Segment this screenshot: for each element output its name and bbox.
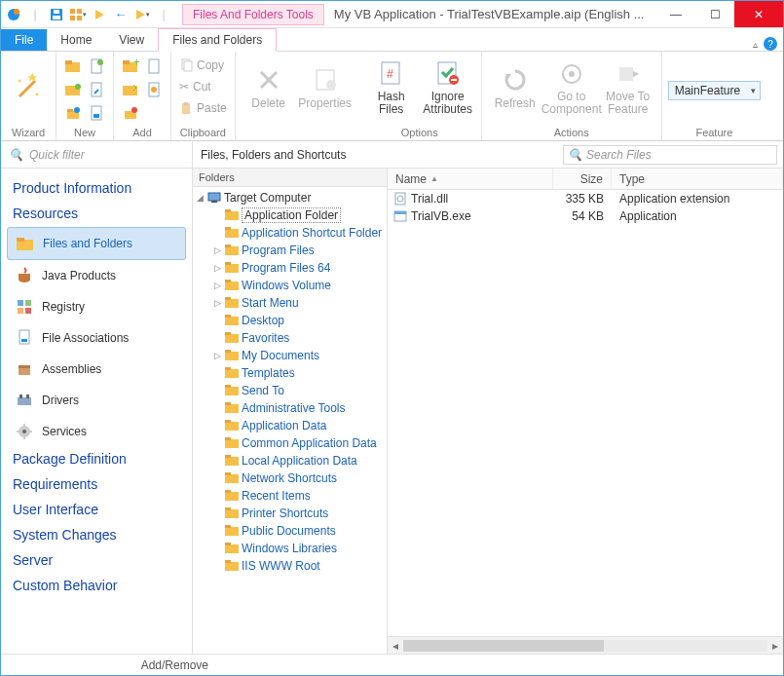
add-item2-icon[interactable] <box>143 102 165 124</box>
tree-item[interactable]: ▷Windows Volume <box>193 277 387 294</box>
tree-item[interactable]: Favorites <box>193 329 387 347</box>
tab-home[interactable]: Home <box>47 29 105 51</box>
folder-tree[interactable]: ◢Target ComputerApplication FolderApplic… <box>193 187 387 654</box>
expander-icon[interactable]: ▷ <box>212 245 222 255</box>
tree-item[interactable]: Windows Libraries <box>193 540 387 557</box>
hash-files-button[interactable]: # Hash Files <box>364 56 419 120</box>
quick-filter-input[interactable]: 🔍 Quick filter <box>1 141 193 168</box>
close-button[interactable]: ✕ <box>734 1 783 27</box>
app-icon[interactable] <box>5 6 22 23</box>
horizontal-scrollbar[interactable]: ◂ ▸ <box>388 636 783 654</box>
nav-item[interactable]: Assemblies <box>7 354 186 385</box>
copy-button[interactable]: Copy <box>177 56 229 75</box>
grid-icon[interactable]: ▾ <box>69 6 87 23</box>
tree-root[interactable]: ◢Target Computer <box>193 189 387 207</box>
new-folder-icon[interactable] <box>62 56 84 77</box>
tree-item[interactable]: Administrative Tools <box>193 399 387 417</box>
expander-icon[interactable]: ◢ <box>195 193 205 203</box>
run-icon[interactable] <box>91 6 108 23</box>
tree-item[interactable]: ▷Program Files 64 <box>193 259 387 277</box>
tab-files-folders[interactable]: Files and Folders <box>158 28 277 52</box>
nav-item-label: Assemblies <box>42 362 101 376</box>
svg-rect-16 <box>65 60 72 64</box>
tree-item[interactable]: ▷Program Files <box>193 242 387 259</box>
new-folder2-icon[interactable] <box>62 79 84 100</box>
goto-icon <box>557 59 586 89</box>
tab-file[interactable]: File <box>1 29 47 51</box>
scroll-track[interactable] <box>403 640 767 652</box>
tree-item[interactable]: Application Folder <box>193 207 387 224</box>
nav-section[interactable]: Requirements <box>7 472 186 498</box>
search-files-input[interactable]: 🔍 Search Files <box>563 145 777 165</box>
col-name[interactable]: Name▲ <box>388 169 553 189</box>
nav-section[interactable]: User Interface <box>7 498 186 523</box>
expander-icon[interactable]: ▷ <box>212 351 222 360</box>
nav-section[interactable]: Server <box>7 548 186 574</box>
tab-view[interactable]: View <box>105 29 158 51</box>
help-icon[interactable]: ? <box>764 37 777 51</box>
list-row[interactable]: Trial.dll335 KBApplication extension <box>388 190 783 207</box>
tree-item[interactable]: Send To <box>193 382 387 399</box>
tree-item[interactable]: IIS WWW Root <box>193 557 387 575</box>
scroll-right-icon[interactable]: ▸ <box>767 639 783 653</box>
maximize-button[interactable]: ☐ <box>695 1 734 27</box>
nav-item[interactable]: Registry <box>7 291 186 322</box>
back-icon[interactable]: ← <box>112 6 130 23</box>
nav-section[interactable]: Custom Behavior <box>7 574 186 599</box>
feature-selector[interactable]: MainFeature <box>668 81 761 100</box>
col-size[interactable]: Size <box>553 169 612 189</box>
add-file-icon[interactable] <box>143 56 165 77</box>
tree-item[interactable]: ▷My Documents <box>193 347 387 364</box>
nav-item[interactable]: Files and Folders <box>7 227 186 260</box>
tree-item[interactable]: Application Shortcut Folder <box>193 224 387 242</box>
add-folder2-icon[interactable] <box>120 79 141 100</box>
new-item-icon[interactable] <box>62 102 84 124</box>
ignore-attributes-button[interactable]: Ignore Attributes <box>421 56 475 120</box>
cut-button[interactable]: ✂Cut <box>177 77 229 96</box>
expander-icon[interactable]: ▷ <box>212 281 222 290</box>
run2-icon[interactable]: ▾ <box>133 6 151 23</box>
nav-item-icon <box>15 266 34 285</box>
new-item2-icon[interactable] <box>86 102 107 124</box>
tree-item[interactable]: Local Application Data <box>193 452 387 469</box>
tree-item[interactable]: Application Data <box>193 417 387 434</box>
nav-section[interactable]: System Changes <box>7 523 186 548</box>
expander-icon[interactable]: ▷ <box>212 298 222 308</box>
add-item-icon[interactable] <box>120 102 141 124</box>
svg-marker-10 <box>136 10 145 19</box>
list-body[interactable]: Trial.dll335 KBApplication extensionTria… <box>388 190 783 636</box>
svg-point-24 <box>74 107 80 113</box>
tree-item[interactable]: Desktop <box>193 312 387 329</box>
tree-item[interactable]: Public Documents <box>193 522 387 540</box>
file-icon <box>393 192 407 206</box>
contextual-tools-tab[interactable]: Files And Folders Tools <box>182 4 324 25</box>
wizard-button[interactable] <box>7 56 50 120</box>
nav-section[interactable]: Resources <box>7 202 186 227</box>
nav-section[interactable]: Product Information <box>7 176 186 202</box>
tree-item[interactable]: Recent Items <box>193 487 387 505</box>
nav-item[interactable]: Java Products <box>7 260 186 291</box>
add-folder-icon[interactable]: + <box>120 56 141 77</box>
tree-item[interactable]: Printer Shortcuts <box>193 505 387 522</box>
list-row[interactable]: TrialVB.exe54 KBApplication <box>388 207 783 225</box>
svg-rect-110 <box>225 490 231 493</box>
nav-section[interactable]: Package Definition <box>7 447 186 472</box>
tree-item[interactable]: Templates <box>193 364 387 382</box>
nav-item[interactable]: Services <box>7 416 186 447</box>
nav-item[interactable]: File Associations <box>7 322 186 354</box>
tree-item[interactable]: ▷Start Menu <box>193 294 387 312</box>
nav-item[interactable]: Drivers <box>7 385 186 416</box>
new-file-icon[interactable] <box>86 56 107 77</box>
tree-item[interactable]: Network Shortcuts <box>193 469 387 487</box>
save-icon[interactable] <box>48 6 65 23</box>
scroll-left-icon[interactable]: ◂ <box>388 639 403 653</box>
minimize-button[interactable]: — <box>656 1 695 27</box>
collapse-ribbon-icon[interactable]: ▵ <box>753 39 758 50</box>
add-file2-icon[interactable] <box>143 79 165 100</box>
expander-icon[interactable]: ▷ <box>212 263 222 273</box>
new-shortcut-icon[interactable] <box>86 79 107 100</box>
tree-item[interactable]: Common Application Data <box>193 434 387 452</box>
scroll-thumb[interactable] <box>403 640 604 652</box>
col-type[interactable]: Type <box>612 169 783 189</box>
paste-button[interactable]: Paste <box>177 98 229 118</box>
